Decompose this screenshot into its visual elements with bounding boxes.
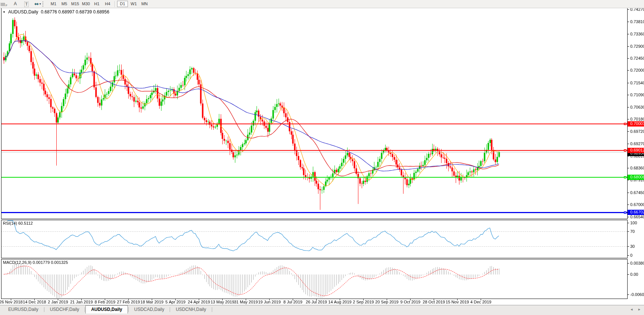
tab-usdcad[interactable]: USDCAD,Daily xyxy=(129,306,170,314)
chart-symbol-label: AUDUSD,Daily xyxy=(8,9,38,15)
timeframe-h4-button[interactable]: H4 xyxy=(103,1,113,7)
chart-tabs: EURUSD,DailyUSDCHF,DailyAUDUSD,DailyUSDC… xyxy=(3,305,644,314)
tabs-scroll-left-icon[interactable]: ◄ xyxy=(630,308,633,311)
tab-scroll-arrows: ◄ ► xyxy=(630,308,641,311)
toolbar-tools: FAT◆◆▾ xyxy=(1,1,41,7)
chart-tab-bar: EURUSD,DailyUSDCHF,DailyAUDUSD,DailyUSDC… xyxy=(0,305,644,315)
timeframe-m5-button[interactable]: M5 xyxy=(59,1,69,7)
timeframe-m30-button[interactable]: M30 xyxy=(81,1,91,7)
tabs-scroll-right-icon[interactable]: ► xyxy=(638,308,641,311)
tab-usdcnh[interactable]: USDCNH,Daily xyxy=(170,306,211,314)
timeframe-mn-button[interactable]: MN xyxy=(139,1,150,7)
arrows-tool-icon[interactable]: ◆◆▾ xyxy=(34,1,41,7)
tab-eurusd[interactable]: EURUSD,Daily xyxy=(3,306,44,314)
tab-audusd[interactable]: AUDUSD,Daily xyxy=(85,305,128,314)
timeframe-h1-button[interactable]: H1 xyxy=(92,1,102,7)
mt4-window: FAT◆◆▾ M1M5M15M30H1H4D1W1MN ▼ AUDUSD,Dai… xyxy=(0,0,644,315)
text-tool-icon[interactable]: T xyxy=(23,1,30,7)
rsi-indicator-label: RSI(14) 60.5112 xyxy=(3,221,33,225)
chart-title: ▼ AUDUSD,Daily 0.68776 0.68997 0.68739 0… xyxy=(3,9,109,15)
toolbar-grip[interactable] xyxy=(43,1,44,7)
timeframe-w1-button[interactable]: W1 xyxy=(129,1,139,7)
toolbar: FAT◆◆▾ M1M5M15M30H1H4D1W1MN xyxy=(0,0,644,8)
timeframe-d1-button[interactable]: D1 xyxy=(117,1,128,7)
timeframe-toolbar: M1M5M15M30H1H4D1W1MN xyxy=(48,1,150,7)
tab-usdchf[interactable]: USDCHF,Daily xyxy=(45,306,85,314)
chart-canvas[interactable] xyxy=(0,0,644,305)
timeframe-m15-button[interactable]: M15 xyxy=(70,1,80,7)
timeframe-m1-button[interactable]: M1 xyxy=(48,1,59,7)
macd-indicator-label: MACD(12,26,9) 0.001779 0.001325 xyxy=(3,260,68,265)
label-tool-icon[interactable]: A xyxy=(12,1,19,7)
chart-ohlc-label: 0.68776 0.68997 0.68739 0.68956 xyxy=(41,9,110,15)
docking-grid-icon[interactable]: F xyxy=(1,1,7,7)
symbol-dropdown-icon[interactable]: ▼ xyxy=(3,10,6,14)
